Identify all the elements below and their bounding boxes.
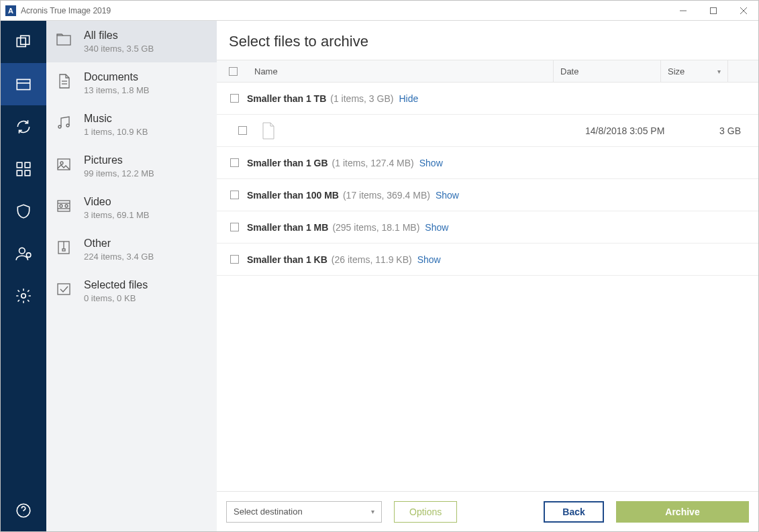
file-group: Smaller than 1 KB (26 items, 11.9 KB) Sh… xyxy=(217,244,758,276)
svg-rect-9 xyxy=(25,162,30,168)
column-header-row: Name Date Size▾ xyxy=(217,60,758,83)
nav-backup-icon[interactable] xyxy=(1,21,46,63)
svg-point-25 xyxy=(60,205,62,207)
column-date[interactable]: Date xyxy=(553,60,660,82)
svg-rect-5 xyxy=(21,36,30,44)
group-checkbox[interactable] xyxy=(230,191,239,199)
group-toggle-link[interactable]: Show xyxy=(419,158,443,168)
archive-icon xyxy=(56,240,72,256)
main-panel: Select files to archive Name Date Size▾ … xyxy=(217,21,758,531)
group-label: Smaller than 1 TB xyxy=(247,93,326,104)
svg-rect-10 xyxy=(17,170,22,176)
file-row[interactable]: 14/8/2018 3:05 PM 3 GB xyxy=(217,115,758,147)
category-title: Music xyxy=(84,113,148,125)
group-checkbox[interactable] xyxy=(230,158,239,167)
group-meta: (1 items, 127.4 MB) xyxy=(332,158,414,168)
category-subtitle: 3 items, 69.1 MB xyxy=(84,210,150,220)
svg-rect-17 xyxy=(57,36,70,45)
svg-rect-8 xyxy=(17,162,22,168)
maximize-button[interactable] xyxy=(698,1,728,20)
nav-tools-icon[interactable] xyxy=(1,148,46,190)
category-title: All files xyxy=(84,30,154,42)
chevron-down-icon: ▾ xyxy=(717,68,721,75)
category-subtitle: 224 items, 3.4 GB xyxy=(84,252,154,262)
category-all[interactable]: All files 340 items, 3.5 GB xyxy=(46,21,217,62)
select-all-checkbox[interactable] xyxy=(229,67,238,76)
folder-icon xyxy=(56,32,72,48)
group-meta: (295 items, 18.1 MB) xyxy=(332,222,419,233)
group-label: Smaller than 1 KB xyxy=(247,254,327,265)
category-title: Video xyxy=(84,196,150,208)
check-icon xyxy=(56,281,72,297)
group-toggle-link[interactable]: Show xyxy=(425,222,448,233)
options-button[interactable]: Options xyxy=(394,501,457,523)
group-checkbox[interactable] xyxy=(230,255,239,264)
group-toggle-link[interactable]: Show xyxy=(436,190,459,201)
close-button[interactable] xyxy=(728,1,758,20)
category-subtitle: 0 items, 0 KB xyxy=(84,293,148,303)
category-selected[interactable]: Selected files 0 items, 0 KB xyxy=(46,270,217,312)
svg-point-23 xyxy=(60,162,63,164)
nav-protection-icon[interactable] xyxy=(1,190,46,232)
titlebar: A Acronis True Image 2019 xyxy=(1,1,758,21)
minimize-button[interactable] xyxy=(668,1,698,20)
category-title: Other xyxy=(84,237,154,250)
category-subtitle: 340 items, 3.5 GB xyxy=(84,44,154,54)
category-subtitle: 13 items, 1.8 MB xyxy=(84,85,150,95)
music-icon xyxy=(56,115,72,131)
chevron-down-icon: ▾ xyxy=(371,508,374,515)
file-group: Smaller than 1 MB (295 items, 18.1 MB) S… xyxy=(217,211,758,244)
group-toggle-link[interactable]: Hide xyxy=(399,93,418,104)
category-title: Selected files xyxy=(84,279,148,291)
nav-settings-icon[interactable] xyxy=(1,274,46,317)
footer-bar: Select destination ▾ Options Back Archiv… xyxy=(217,491,758,531)
window-title: Acronis True Image 2019 xyxy=(21,6,111,15)
svg-point-14 xyxy=(21,293,26,298)
column-size[interactable]: Size▾ xyxy=(660,60,727,82)
video-icon xyxy=(56,198,72,214)
svg-rect-32 xyxy=(58,284,70,295)
file-icon xyxy=(262,122,275,140)
back-button[interactable]: Back xyxy=(544,501,604,523)
category-subtitle: 1 items, 10.9 KB xyxy=(84,127,148,137)
nav-help-icon[interactable] xyxy=(1,489,46,531)
svg-point-13 xyxy=(26,252,31,257)
svg-point-12 xyxy=(19,248,26,254)
group-meta: (1 items, 3 GB) xyxy=(330,93,393,104)
column-name[interactable]: Name xyxy=(249,66,553,76)
file-checkbox[interactable] xyxy=(238,126,247,135)
group-label: Smaller than 100 MB xyxy=(247,190,339,201)
nav-sync-icon[interactable] xyxy=(1,105,46,148)
archive-button[interactable]: Archive xyxy=(616,501,749,523)
file-groups: Smaller than 1 TB (1 items, 3 GB) Hide 1… xyxy=(217,83,758,491)
svg-rect-1 xyxy=(710,7,716,13)
file-group: Smaller than 1 TB (1 items, 3 GB) Hide xyxy=(217,83,758,115)
group-meta: (17 items, 369.4 MB) xyxy=(343,190,430,201)
category-title: Pictures xyxy=(84,154,154,166)
destination-select[interactable]: Select destination ▾ xyxy=(226,501,382,523)
document-icon xyxy=(56,73,72,89)
nav-account-icon[interactable] xyxy=(1,232,46,274)
app-logo: A xyxy=(5,5,16,16)
group-label: Smaller than 1 MB xyxy=(247,222,328,233)
category-other[interactable]: Other 224 items, 3.4 GB xyxy=(46,229,217,270)
file-group: Smaller than 1 GB (1 items, 127.4 MB) Sh… xyxy=(217,147,758,179)
file-group: Smaller than 100 MB (17 items, 369.4 MB)… xyxy=(217,179,758,211)
svg-point-26 xyxy=(65,205,68,207)
category-documents[interactable]: Documents 13 items, 1.8 MB xyxy=(46,62,217,104)
svg-rect-31 xyxy=(62,249,65,251)
nav-archive-icon[interactable] xyxy=(1,63,46,105)
group-label: Smaller than 1 GB xyxy=(247,158,328,168)
category-title: Documents xyxy=(84,71,150,83)
category-sidebar: All files 340 items, 3.5 GB Documents 13… xyxy=(46,21,217,531)
file-size: 3 GB xyxy=(693,125,758,136)
group-checkbox[interactable] xyxy=(230,223,239,231)
nav-rail xyxy=(1,21,46,531)
category-music[interactable]: Music 1 items, 10.9 KB xyxy=(46,104,217,146)
group-toggle-link[interactable]: Show xyxy=(417,254,441,265)
group-checkbox[interactable] xyxy=(230,94,239,103)
category-pictures[interactable]: Pictures 99 items, 12.2 MB xyxy=(46,146,217,187)
file-date: 14/8/2018 3:05 PM xyxy=(585,125,693,136)
category-video[interactable]: Video 3 items, 69.1 MB xyxy=(46,187,217,229)
picture-icon xyxy=(56,156,72,172)
